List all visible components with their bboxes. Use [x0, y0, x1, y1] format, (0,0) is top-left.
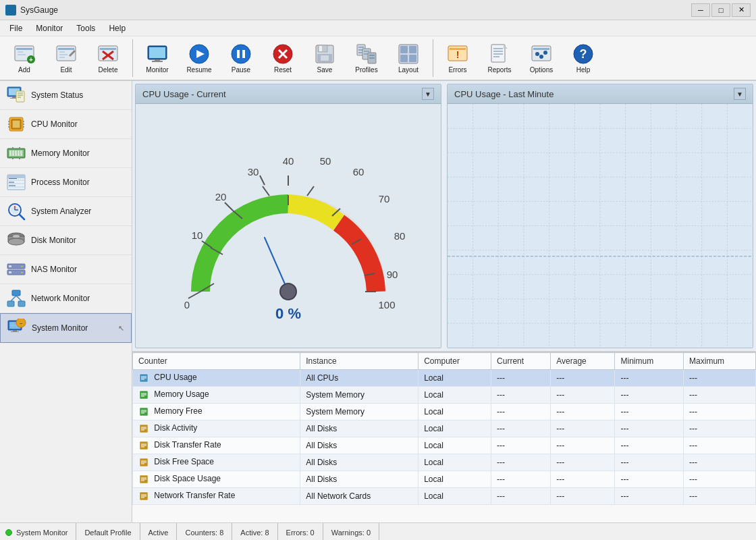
sidebar-label-cpu-monitor: CPU Monitor	[31, 119, 78, 129]
cell-maximum: ---	[684, 421, 756, 437]
add-icon: +	[14, 43, 35, 65]
svg-point-61	[543, 51, 547, 55]
sidebar-label-system-monitor: System Monitor	[32, 323, 88, 333]
delete-button[interactable]: Delete	[88, 39, 128, 77]
table-row[interactable]: Memory Usage System Memory Local --- ---…	[133, 387, 756, 404]
menu-file[interactable]: File	[3, 22, 29, 34]
minimize-button[interactable]: ─	[691, 3, 710, 17]
sidebar-label-nas-monitor: NAS Monitor	[31, 265, 77, 274]
monitor-button[interactable]: Monitor	[137, 39, 178, 77]
col-counter: Counter	[133, 353, 300, 370]
menu-help[interactable]: Help	[102, 22, 132, 34]
svg-text:40: 40	[283, 155, 294, 167]
help-button[interactable]: ? Help	[563, 39, 603, 77]
table-row[interactable]: Disk Free Space All Disks Local --- --- …	[133, 454, 756, 471]
status-warnings-text: Warnings: 0	[331, 529, 371, 537]
reports-button[interactable]: Reports	[479, 39, 520, 77]
svg-rect-36	[358, 52, 362, 53]
table-row[interactable]: Network Transfer Rate All Network Cards …	[133, 488, 756, 505]
svg-rect-19	[152, 61, 163, 62]
grid-panel-dropdown[interactable]: ▼	[734, 88, 746, 100]
edit-button[interactable]: Edit	[46, 39, 86, 77]
app-title: SysGauge	[20, 5, 58, 15]
table-row[interactable]: Disk Space Usage All Disks Local --- ---…	[133, 471, 756, 488]
svg-rect-98	[9, 185, 16, 186]
svg-line-102	[20, 215, 24, 219]
sidebar-item-system-status[interactable]: System Status	[0, 81, 132, 110]
sidebar-item-system-monitor[interactable]: ~ System Monitor ↖	[0, 313, 132, 343]
cell-average: ---	[551, 454, 615, 471]
cell-minimum: ---	[615, 488, 684, 505]
sidebar-item-disk-monitor[interactable]: Disk Monitor	[0, 226, 132, 255]
svg-rect-85	[15, 151, 17, 156]
svg-rect-110	[9, 265, 11, 267]
svg-text:80: 80	[394, 230, 406, 242]
table-body: CPU Usage All CPUs Local --- --- --- ---…	[133, 370, 756, 505]
svg-text:100: 100	[378, 299, 395, 310]
menu-tools[interactable]: Tools	[70, 22, 102, 34]
profiles-button[interactable]: Profiles	[346, 39, 387, 77]
svg-rect-87	[20, 151, 22, 156]
svg-rect-3	[18, 54, 26, 55]
row-icon	[138, 440, 149, 451]
sidebar-label-process-monitor: Process Monitor	[31, 178, 90, 187]
table-row[interactable]: Disk Activity All Disks Local --- --- --…	[133, 421, 756, 437]
layout-button[interactable]: Layout	[388, 39, 429, 77]
gauge-panel-dropdown[interactable]: ▼	[422, 88, 434, 100]
cell-counter: Disk Transfer Rate	[133, 437, 300, 454]
svg-rect-10	[59, 57, 65, 58]
sidebar-item-memory-monitor[interactable]: Memory Monitor	[0, 139, 132, 168]
system-status-icon	[7, 86, 26, 105]
sidebar-item-nas-monitor[interactable]: NAS Monitor	[0, 255, 132, 284]
sidebar-label-system-status: System Status	[31, 90, 83, 100]
help-icon: ?	[572, 43, 594, 65]
cell-counter: Memory Free	[133, 404, 300, 421]
add-button[interactable]: + Add	[4, 39, 45, 77]
pause-button[interactable]: Pause	[221, 39, 261, 77]
cell-maximum: ---	[684, 454, 756, 471]
status-active-count: Active: 8	[232, 523, 277, 540]
table-row[interactable]: CPU Usage All CPUs Local --- --- --- ---	[133, 370, 756, 387]
table-row[interactable]: Memory Free System Memory Local --- --- …	[133, 404, 756, 421]
profiles-label: Profiles	[355, 66, 377, 74]
svg-rect-38	[364, 51, 369, 52]
table-header-row: Counter Instance Computer Current Averag…	[133, 353, 756, 370]
sidebar-item-process-monitor[interactable]: Process Monitor	[0, 168, 132, 197]
cell-counter: CPU Usage	[133, 370, 300, 387]
row-icon	[138, 373, 149, 383]
menu-bar: File Monitor Tools Help	[0, 20, 756, 36]
app-icon	[5, 5, 16, 16]
maximize-button[interactable]: □	[711, 3, 730, 17]
svg-rect-32	[321, 55, 329, 61]
resume-button[interactable]: Resume	[179, 39, 219, 77]
reports-label: Reports	[487, 66, 511, 74]
cell-computer: Local	[418, 387, 491, 404]
errors-button[interactable]: ! Errors	[437, 39, 478, 77]
status-monitor: System Monitor	[0, 523, 76, 540]
cell-instance: All Disks	[300, 421, 418, 437]
svg-rect-111	[21, 266, 23, 267]
svg-line-153	[307, 186, 314, 196]
svg-rect-89	[19, 147, 20, 149]
errors-label: Errors	[448, 66, 466, 74]
reset-button[interactable]: Reset	[263, 39, 303, 77]
options-button[interactable]: Options	[521, 39, 562, 77]
title-bar-controls[interactable]: ─ □ ✕	[691, 3, 751, 17]
gauge-value: 0 %	[275, 305, 301, 323]
edit-icon	[55, 43, 77, 65]
table-row[interactable]: Disk Transfer Rate All Disks Local --- -…	[133, 437, 756, 454]
grid-panel-title: CPU Usage - Last Minute	[454, 89, 554, 99]
sidebar-item-cpu-monitor[interactable]: CPU Monitor	[0, 110, 132, 139]
cell-current: ---	[491, 404, 551, 421]
svg-rect-8	[59, 51, 65, 53]
col-minimum: Minimum	[615, 353, 684, 370]
svg-rect-97	[9, 182, 14, 183]
cpu-monitor-icon	[7, 115, 26, 134]
sidebar-item-network-monitor[interactable]: Network Monitor	[0, 284, 132, 313]
svg-rect-9	[59, 54, 68, 55]
sidebar-item-system-analyzer[interactable]: System Analyzer	[0, 197, 132, 226]
menu-monitor[interactable]: Monitor	[29, 22, 70, 34]
save-button[interactable]: Save	[304, 39, 345, 77]
pause-label: Pause	[232, 66, 250, 74]
close-button[interactable]: ✕	[732, 3, 751, 17]
